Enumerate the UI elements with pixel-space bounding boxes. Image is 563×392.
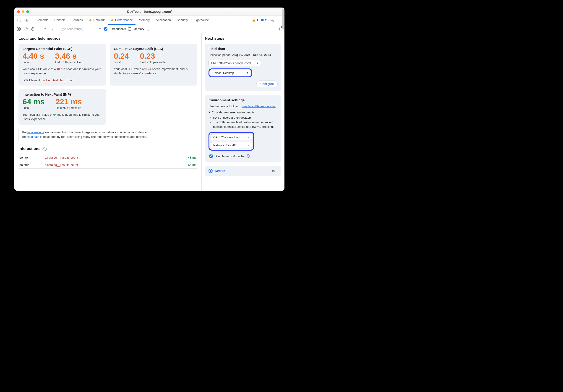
tab-memory[interactable]: Memory	[136, 16, 153, 25]
recordings-select[interactable]: (no recordings) ▼	[61, 27, 102, 31]
reload-record-icon[interactable]	[23, 26, 29, 32]
garbage-collect-icon[interactable]	[146, 26, 152, 32]
env-bullet-list: 82% of users are on desktop. The 75th pe…	[208, 116, 278, 129]
warnings-count: 1	[257, 18, 258, 22]
device-select-highlight: Device: Desktop ▼	[208, 68, 252, 77]
warnings-badge[interactable]: 1	[252, 18, 258, 22]
content-area: Local and field metrics Largest Contentf…	[14, 33, 284, 191]
table-row[interactable]: pointer p.catalog__results-count 48 ms	[18, 154, 197, 161]
screenshots-checkbox-input[interactable]	[104, 27, 107, 31]
inspect-element-icon[interactable]	[16, 17, 22, 24]
cls-local-value: 0.24	[114, 52, 129, 60]
url-select[interactable]: URL: https://fonts.google.com/ ▼	[208, 60, 261, 66]
select-value: URL: https://fonts.google.com/	[211, 61, 251, 65]
lcp-title: Largest Contentful Paint (LCP)	[23, 47, 102, 51]
tab-elements[interactable]: Elements	[33, 16, 51, 25]
env-summary[interactable]: Consider real user environments	[208, 111, 278, 114]
list-item: 82% of users are on desktop.	[213, 116, 278, 120]
device-toolbar-icon[interactable]	[23, 17, 29, 24]
local-metrics-link[interactable]: local metrics	[27, 131, 44, 134]
tab-console[interactable]: Console	[51, 16, 68, 25]
svg-rect-4	[90, 21, 90, 21]
inp-local-label: Local	[23, 106, 44, 109]
tab-label: Lighthouse	[194, 18, 209, 22]
network-throttle-select[interactable]: Network: Fast 4G ▼	[211, 142, 252, 148]
throttling-highlight: CPU: 20× slowdown ▼ Network: Fast 4G ▼	[208, 132, 254, 151]
panel-tabs: Elements Console Sources Network Perform…	[33, 16, 212, 25]
interaction-selector: p.catalog__results-count	[44, 154, 179, 161]
download-icon[interactable]	[49, 26, 55, 32]
tab-application[interactable]: Application	[153, 16, 174, 25]
cls-field-value: 0.23	[140, 52, 166, 60]
record-button-sidebar[interactable]: Record	[208, 169, 225, 173]
more-tabs-icon[interactable]: »	[212, 17, 218, 24]
cls-description: Your local CLS value of 0.24 needs impro…	[114, 67, 193, 76]
environment-settings-card: Environment settings Use the device tool…	[205, 95, 281, 163]
checkbox-label: Disable network cache	[215, 155, 244, 158]
svg-point-10	[279, 28, 280, 29]
inp-description: Your local INP value of 64 ms is good, a…	[23, 113, 102, 121]
cls-field-label: Field 75th percentile	[140, 61, 166, 64]
devtools-window: DevTools - fonts.google.com/ Elements Co…	[14, 8, 284, 191]
warning-icon	[111, 18, 114, 22]
screenshots-checkbox[interactable]: Screenshots	[103, 27, 126, 31]
clear-interactions-icon[interactable]	[43, 147, 47, 151]
tab-security[interactable]: Security	[174, 16, 191, 25]
chevron-down-icon: ▼	[247, 136, 249, 139]
lcp-field-label: Field 75th percentile	[55, 61, 81, 64]
tab-label: Performance	[115, 18, 133, 22]
cpu-throttle-select[interactable]: CPU: 20× slowdown ▼	[211, 134, 252, 140]
field-data-title: Field data	[208, 47, 278, 51]
recordings-placeholder: (no recordings)	[62, 27, 83, 31]
simulate-devices-link[interactable]: simulate different devices	[242, 105, 275, 108]
field-data-link[interactable]: field data	[27, 135, 39, 139]
upload-icon[interactable]	[42, 26, 48, 32]
clear-icon[interactable]	[30, 26, 36, 32]
metrics-info-note: The local metrics are captured from the …	[18, 128, 197, 141]
interaction-type: pointer	[18, 154, 44, 161]
table-row[interactable]: pointer p.catalog__results-count 64 ms	[18, 161, 197, 169]
more-options-icon[interactable]: ⋮	[278, 18, 282, 23]
memory-checkbox-input[interactable]	[128, 27, 131, 31]
close-window-button[interactable]	[17, 10, 20, 13]
messages-badge[interactable]: 2	[260, 18, 267, 22]
window-controls	[17, 10, 29, 13]
main-panel: Local and field metrics Largest Contentf…	[14, 33, 201, 191]
select-value: Device: Desktop	[212, 71, 234, 75]
chevron-down-icon: ▼	[246, 72, 248, 74]
env-title: Environment settings	[208, 98, 278, 102]
devtools-tabstrip: Elements Console Sources Network Perform…	[14, 16, 284, 25]
cls-title: Cumulative Layout Shift (CLS)	[114, 47, 193, 51]
configure-button[interactable]: Configure	[256, 80, 278, 87]
env-description: Use the device toolbar to simulate diffe…	[208, 104, 278, 109]
zoom-window-button[interactable]	[26, 10, 29, 13]
tab-lighthouse[interactable]: Lighthouse	[191, 16, 212, 25]
tab-sources[interactable]: Sources	[69, 16, 86, 25]
svg-rect-6	[112, 21, 112, 21]
checkbox-label: Screenshots	[110, 27, 126, 31]
svg-rect-1	[24, 19, 27, 21]
panel-settings-icon[interactable]	[276, 26, 282, 32]
device-select[interactable]: Device: Desktop ▼	[210, 70, 251, 76]
record-button[interactable]	[16, 26, 22, 32]
interaction-selector: p.catalog__results-count	[44, 161, 179, 169]
svg-point-9	[272, 20, 273, 21]
separator	[58, 26, 58, 31]
real-user-env-details[interactable]: Consider real user environments 82% of u…	[208, 111, 278, 129]
scrollbar[interactable]	[282, 33, 284, 191]
disable-cache-checkbox[interactable]: Disable network cache ?	[208, 154, 278, 158]
record-label: Record	[215, 169, 225, 173]
tab-label: Memory	[139, 18, 150, 22]
lcp-element-row[interactable]: LCP Element div.tile__text.tile__roboto	[23, 78, 102, 82]
minimize-window-button[interactable]	[22, 10, 25, 13]
disable-cache-checkbox-input[interactable]	[209, 155, 213, 158]
messages-count: 2	[265, 18, 267, 22]
chevron-down-icon: ▼	[256, 62, 258, 64]
memory-checkbox[interactable]: Memory	[127, 27, 144, 31]
settings-icon[interactable]	[269, 17, 275, 24]
tab-network[interactable]: Network	[86, 16, 107, 25]
tab-performance[interactable]: Performance	[108, 16, 136, 25]
tab-label: Application	[156, 18, 171, 22]
message-icon	[260, 18, 264, 22]
help-icon[interactable]: ?	[246, 154, 250, 158]
